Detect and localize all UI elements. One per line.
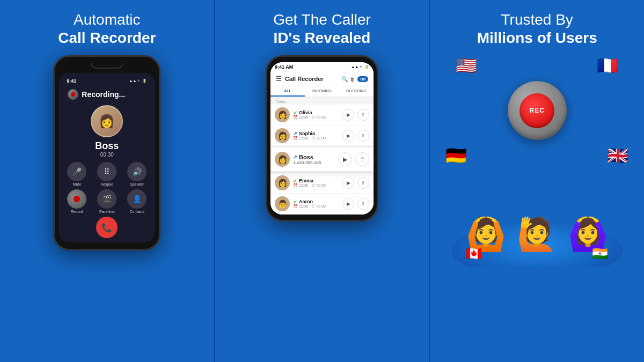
recording-badge: Recording...	[63, 87, 150, 102]
avatar-aaron: 👨	[275, 196, 290, 211]
avatar-olivia: 👩	[275, 107, 290, 122]
hamburger-icon[interactable]: ☰	[276, 75, 282, 83]
arrow-in-emma: ↙	[293, 178, 297, 183]
phone-screen-1: 9:41 ▲▲ ᯤ 🔋 Recording... 👩 Boss 00:30 🎤 …	[59, 73, 155, 242]
play-button-sophia[interactable]: ▶	[342, 130, 354, 142]
contacts-label: Contacts	[130, 210, 145, 213]
caller-avatar: 👩	[91, 105, 123, 137]
arrow-out-sophia: ↗	[293, 131, 297, 136]
record-icon	[67, 189, 86, 209]
avatar-emma: 👩	[275, 175, 290, 190]
flags-bottom: 🇨🇦 🇮🇳	[466, 246, 608, 261]
keypad-button[interactable]: ⠿ Keypad	[93, 162, 120, 186]
avatar-sophia: 👩	[275, 128, 290, 143]
flags-top: 🇺🇸 🇫🇷	[456, 55, 618, 76]
share-button-sophia[interactable]: ⇧	[357, 130, 369, 142]
phone-notch	[91, 63, 123, 69]
mute-button[interactable]: 🎤 Mute	[63, 162, 90, 186]
call-item-olivia[interactable]: 👩 ↙ Olivia ⏰ 12:30 ⏱ 00:30 ▶ ⇧	[270, 105, 374, 125]
flags-sides: 🇩🇪 🇬🇧	[445, 145, 628, 166]
share-button-boss[interactable]: ⇧	[355, 152, 369, 166]
tab-all[interactable]: ALL	[270, 86, 305, 97]
call-actions-boss: ▶ ⇧	[338, 152, 369, 166]
phone-mockup-2: 9:41 AM ▲▲ ᯤ 🔋 ☰ Call Recorder 🔍 🗑 On AL…	[266, 55, 378, 221]
person-2: 🙋	[517, 218, 557, 250]
tab-incoming[interactable]: INCOMING	[305, 86, 339, 97]
rec-dot	[68, 89, 78, 100]
caller-name: Boss	[63, 141, 150, 152]
play-button-boss[interactable]: ▶	[338, 152, 352, 166]
call-item-aaron[interactable]: 👨 ↙ Aaron ⏰ 12:30 ⏱ 00:30 ▶ ⇧	[270, 194, 374, 215]
call-meta-emma: ⏰ 12:30 ⏱ 00:30	[293, 183, 339, 188]
share-button-emma[interactable]: ⇧	[357, 177, 369, 189]
status-bar: 9:41 ▲▲ ᯤ 🔋	[63, 77, 150, 85]
rec-button-inner: REC	[519, 93, 554, 128]
call-info-olivia: ↙ Olivia ⏰ 12:30 ⏱ 00:30	[293, 110, 339, 120]
globe-scene: 🙆 🙋 🙆‍♀️ 🇨🇦 🇮🇳	[435, 170, 639, 267]
phone-mockup-1: 9:41 ▲▲ ᯤ 🔋 Recording... 👩 Boss 00:30 🎤 …	[53, 55, 160, 250]
call-info-emma: ↙ Emma ⏰ 12:30 ⏱ 00:30	[293, 178, 339, 188]
call-name-emma: ↙ Emma	[293, 178, 339, 183]
call-actions-aaron: ▶ ⇧	[342, 198, 369, 210]
rec-btn-dot	[74, 196, 80, 202]
play-button-emma[interactable]: ▶	[342, 177, 354, 189]
flag-fr: 🇫🇷	[597, 55, 618, 76]
people-figures: 🙆 🙋 🙆‍♀️	[466, 218, 608, 250]
tab-outgoing[interactable]: OUTGOING	[339, 86, 374, 97]
arrow-out-boss: ↗	[293, 154, 297, 160]
play-button-aaron[interactable]: ▶	[342, 198, 354, 210]
mute-icon: 🎤	[67, 162, 86, 181]
call-name-boss: ↗ Boss	[293, 154, 335, 160]
call-actions-sophia: ▶ ⇧	[342, 130, 369, 142]
arrow-in-aaron: ↙	[293, 199, 297, 204]
panel2-title: Get The Caller ID's Revealed	[273, 11, 371, 47]
call-name-sophia: ↗ Sophia	[293, 131, 339, 136]
call-name-olivia: ↙ Olivia	[293, 110, 339, 115]
panel1-title: Automatic Call Recorder	[58, 11, 156, 47]
share-button-olivia[interactable]: ⇧	[357, 109, 369, 121]
status-bar-2: 9:41 AM ▲▲ ᯤ 🔋	[270, 62, 374, 72]
panel-caller-id: Get The Caller ID's Revealed 9:41 AM ▲▲ …	[214, 0, 429, 362]
call-phone-boss: 1-430-555-485	[293, 160, 335, 165]
app-header: ☰ Call Recorder 🔍 🗑 On	[270, 72, 374, 86]
phone-signal-icons: ▲▲ ᯤ 🔋	[129, 79, 148, 83]
share-button-aaron[interactable]: ⇧	[357, 198, 369, 210]
caller-duration: 00:30	[63, 152, 150, 158]
call-item-sophia[interactable]: 👩 ↗ Sophia ⏰ 12:30 ⏱ 00:30 ▶ ⇧	[270, 125, 374, 146]
end-call-container: 📞	[63, 217, 150, 238]
rec-label: REC	[530, 107, 545, 114]
call-actions-emma: ▶ ⇧	[342, 177, 369, 189]
play-button-olivia[interactable]: ▶	[342, 109, 354, 121]
avatar-boss: 👩	[275, 152, 290, 167]
contacts-button[interactable]: 👤 Contacts	[123, 189, 150, 213]
call-meta-olivia: ⏰ 12:30 ⏱ 00:30	[293, 115, 339, 120]
app-title: Call Recorder	[285, 76, 338, 82]
delete-icon[interactable]: 🗑	[350, 76, 355, 82]
record-button[interactable]: Record	[63, 189, 90, 213]
search-icon[interactable]: 🔍	[341, 76, 348, 82]
contacts-icon: 👤	[127, 189, 147, 209]
record-label: Record	[71, 210, 83, 213]
phone-time-2: 9:41 AM	[275, 64, 293, 70]
end-call-button[interactable]: 📞	[96, 217, 118, 238]
facetime-button[interactable]: 🎬 Facetime	[93, 189, 120, 213]
arrow-in-olivia: ↙	[293, 110, 297, 115]
call-controls-grid: 🎤 Mute ⠿ Keypad 🔊 Speaker Record	[63, 162, 150, 213]
flag-gb: 🇬🇧	[607, 145, 628, 166]
panel-call-recorder: Automatic Call Recorder 9:41 ▲▲ ᯤ 🔋 Reco…	[0, 0, 214, 362]
mute-label: Mute	[73, 182, 82, 186]
speaker-button[interactable]: 🔊 Speaker	[123, 162, 150, 186]
keypad-icon: ⠿	[97, 162, 116, 181]
call-info-sophia: ↗ Sophia ⏰ 12:30 ⏱ 00:30	[293, 131, 339, 141]
call-item-emma[interactable]: 👩 ↙ Emma ⏰ 12:30 ⏱ 00:30 ▶ ⇧	[270, 173, 374, 194]
call-name-aaron: ↙ Aaron	[293, 199, 339, 204]
toggle-on[interactable]: On	[357, 76, 368, 82]
call-item-boss[interactable]: 👩 ↗ Boss 1-430-555-485 ▶ ⇧	[270, 147, 374, 172]
panel-trusted: Trusted By Millions of Users 🇺🇸 🇫🇷 REC 🇩…	[429, 0, 644, 362]
call-info-boss: ↗ Boss 1-430-555-485	[293, 154, 335, 165]
speaker-label: Speaker	[130, 182, 144, 186]
flag-de: 🇩🇪	[445, 145, 467, 166]
speaker-icon: 🔊	[127, 162, 147, 181]
call-info-aaron: ↙ Aaron ⏰ 12:30 ⏱ 00:30	[293, 199, 339, 209]
call-meta-aaron: ⏰ 12:30 ⏱ 00:30	[293, 204, 339, 209]
